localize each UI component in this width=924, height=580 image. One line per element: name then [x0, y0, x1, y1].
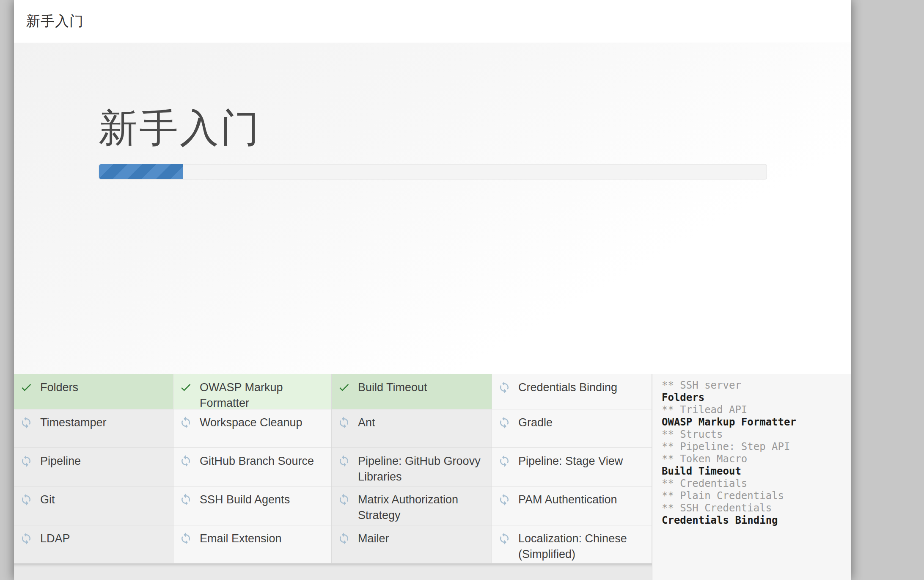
sync-icon [338, 532, 350, 545]
plugin-grid: Folders OWASP Markup Formatter Build Tim… [14, 374, 652, 563]
plugin-name: Git [40, 492, 55, 508]
plugin-name: Timestamper [40, 415, 107, 431]
plugin-name: Folders [40, 380, 78, 395]
plugin-cell: PAM Authentication [492, 486, 652, 525]
sync-icon [498, 493, 511, 506]
plugin-name: Build Timeout [358, 380, 427, 395]
plugin-name: LDAP [40, 531, 70, 547]
plugin-name: SSH Build Agents [200, 492, 290, 508]
plugin-cell: Gradle [492, 409, 652, 448]
plugin-name: Ant [358, 415, 375, 431]
plugin-name: Email Extension [200, 531, 282, 547]
log-line: ** Token Macro [662, 453, 847, 465]
check-icon [338, 381, 350, 394]
sync-icon [179, 455, 192, 467]
plugin-name: Pipeline [40, 453, 81, 469]
plugin-cell: Git [14, 486, 173, 525]
log-line: Build Timeout [662, 465, 847, 478]
sync-icon [498, 416, 511, 429]
sync-icon [20, 455, 33, 467]
plugin-name: Credentials Binding [518, 380, 617, 395]
log-line: OWASP Markup Formatter [662, 416, 847, 428]
log-line: ** Structs [662, 428, 847, 441]
log-line: ** Credentials [662, 478, 847, 490]
sync-icon [179, 493, 192, 506]
plugin-cell: Build Timeout [332, 374, 492, 409]
sync-icon [498, 532, 511, 545]
plugin-name: Matrix Authorization Strategy [358, 492, 486, 523]
sync-icon [498, 455, 511, 467]
dialog-footer-strip [14, 563, 652, 580]
log-line: ** SSH server [662, 379, 847, 392]
plugin-cell: Pipeline [14, 448, 173, 486]
plugin-cell: Pipeline: GitHub Groovy Libraries [332, 448, 492, 486]
plugin-name: Gradle [518, 415, 553, 431]
install-progress-bar [99, 164, 767, 180]
plugin-cell: Ant [332, 409, 492, 448]
plugin-cell: OWASP Markup Formatter [173, 374, 332, 409]
check-icon [179, 381, 192, 394]
install-log-panel: ** SSH serverFolders** Trilead APIOWASP … [652, 374, 851, 580]
progress-fill [99, 164, 183, 179]
plugin-cell: Folders [14, 374, 173, 409]
sync-icon [20, 532, 33, 545]
sync-icon [20, 493, 33, 506]
plugin-cell: Mailer [332, 525, 492, 563]
plugin-cell: Localization: Chinese (Simplified) [492, 525, 652, 563]
sync-icon [179, 416, 192, 429]
log-line: ** Trilead API [662, 404, 847, 416]
plugin-cell: Matrix Authorization Strategy [332, 486, 492, 525]
plugin-name: GitHub Branch Source [200, 453, 314, 469]
plugin-name: Pipeline: GitHub Groovy Libraries [358, 453, 486, 485]
sync-icon [20, 416, 33, 429]
plugin-cell: Email Extension [173, 525, 332, 563]
log-line: Credentials Binding [662, 514, 847, 527]
check-icon [20, 381, 33, 394]
plugin-cell: Credentials Binding [492, 374, 652, 409]
dialog-title: 新手入门 [26, 0, 84, 42]
plugin-cell: LDAP [14, 525, 173, 563]
getting-started-dialog: 新手入门 新手入门 Folders OWASP Markup Formatter [14, 0, 851, 580]
sync-icon [338, 493, 350, 506]
sync-icon [498, 381, 511, 394]
log-line: ** Pipeline: Step API [662, 441, 847, 453]
hero-section: 新手入门 [14, 43, 851, 374]
hero-title: 新手入门 [99, 108, 261, 147]
plugin-cell: Workspace Cleanup [173, 409, 332, 448]
plugin-cell: Pipeline: Stage View [492, 448, 652, 486]
sync-icon [179, 532, 192, 545]
plugin-name: OWASP Markup Formatter [200, 380, 327, 411]
log-line: ** Plain Credentials [662, 490, 847, 502]
dialog-header: 新手入门 [14, 0, 851, 42]
plugin-cell: Timestamper [14, 409, 173, 448]
log-line: ** SSH Credentials [662, 502, 847, 514]
plugin-name: PAM Authentication [518, 492, 617, 508]
plugin-name: Mailer [358, 531, 389, 547]
plugin-cell: SSH Build Agents [173, 486, 332, 525]
sync-icon [338, 416, 350, 429]
sync-icon [338, 455, 350, 467]
log-line: Folders [662, 392, 847, 404]
plugin-name: Workspace Cleanup [200, 415, 302, 431]
plugin-name: Localization: Chinese (Simplified) [518, 531, 646, 562]
plugin-cell: GitHub Branch Source [173, 448, 332, 486]
plugin-name: Pipeline: Stage View [518, 453, 623, 469]
